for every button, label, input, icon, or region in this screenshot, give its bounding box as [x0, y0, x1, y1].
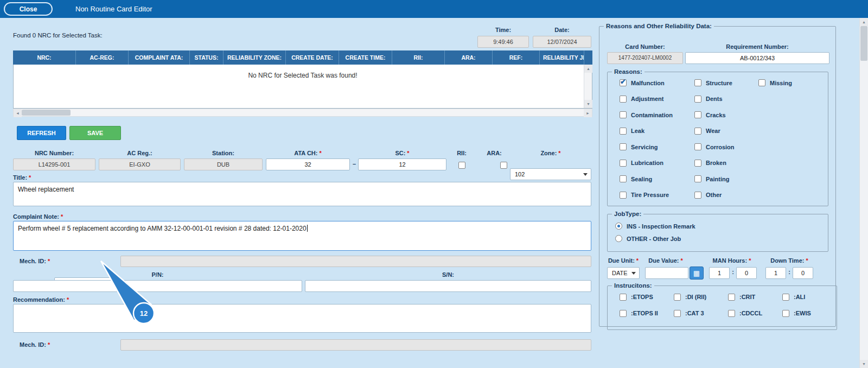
page-vertical-scrollbar[interactable]: ▲ ▼ — [859, 18, 868, 368]
instruction-checkbox-ewis[interactable]: :EWIS — [782, 310, 837, 317]
recommendation-label: Recommendation:* — [13, 296, 69, 303]
column-header-reliability-zone[interactable]: RELIABILITY ZONE: — [224, 50, 286, 65]
reason-label: Lubrication — [631, 160, 663, 166]
required-marker: * — [48, 258, 50, 264]
instruction-checkbox-cdccl[interactable]: :CDCCL — [728, 310, 782, 317]
title-label-text: Title: — [13, 174, 27, 181]
column-header-create-date[interactable]: CREATE DATE: — [286, 50, 339, 65]
down-time-label-text: Down Time: — [770, 257, 804, 264]
reason-checkbox-missing[interactable]: Missing — [758, 79, 828, 86]
column-header-ref[interactable]: REF: — [493, 50, 540, 65]
column-header-nrc[interactable]: NRC: — [13, 50, 76, 65]
checkbox-icon — [620, 143, 627, 150]
complaint-note-label-text: Complaint Note: — [13, 213, 59, 220]
reason-checkbox-dents[interactable]: Dents — [694, 96, 758, 103]
table-hscroll-track[interactable] — [22, 109, 584, 116]
calendar-button[interactable]: ▦ — [690, 267, 704, 280]
zone-select[interactable]: 102 — [510, 168, 591, 180]
checkbox-icon — [694, 175, 701, 182]
scroll-right-icon[interactable]: ► — [584, 109, 592, 117]
reason-checkbox-wear[interactable]: Wear — [694, 128, 758, 135]
reason-checkbox-painting[interactable]: Painting — [694, 175, 758, 182]
table-horizontal-scrollbar[interactable]: ◄ ► — [13, 109, 592, 117]
nrc-table-body: No NRC for Selected Task was found! ▲ ▼ — [13, 65, 592, 109]
reason-checkbox-structure[interactable]: Structure — [694, 79, 758, 86]
scroll-left-icon[interactable]: ◄ — [14, 109, 22, 117]
reason-checkbox-broken[interactable]: Broken — [694, 160, 758, 167]
down-time-hours-input[interactable]: 1 — [765, 267, 786, 279]
column-header-rii[interactable]: RII: — [392, 50, 445, 65]
checkbox-icon — [694, 143, 701, 150]
due-value-input[interactable] — [645, 267, 688, 279]
mech-id-label-2: Mech. ID:* — [20, 341, 50, 348]
table-vertical-scrollbar[interactable]: ▲ ▼ — [584, 65, 592, 108]
ac-reg-label-text: AC Reg.: — [127, 150, 152, 156]
ata-sc-separator: – — [351, 161, 358, 167]
reason-checkbox-contamination[interactable]: Contamination — [620, 111, 694, 118]
complaint-note-input[interactable]: Perform wheel # 5 replacement according … — [13, 221, 591, 251]
reason-checkbox-adjustment[interactable]: Adjustment — [620, 96, 694, 103]
instruction-checkbox-etops-ii[interactable]: :ETOPS II — [620, 310, 674, 317]
save-button[interactable]: SAVE — [69, 126, 121, 140]
reason-checkbox-servicing[interactable]: Servicing — [620, 143, 694, 150]
scroll-down-icon[interactable]: ▼ — [860, 360, 868, 368]
ata-ch-input[interactable]: 32 — [266, 158, 350, 170]
close-button[interactable]: Close — [4, 2, 53, 16]
complaint-note-label: Complaint Note:* — [13, 213, 63, 220]
man-hours-minutes-input[interactable]: 0 — [736, 267, 757, 279]
checkbox-icon — [620, 175, 627, 182]
table-hscroll-thumb[interactable] — [22, 110, 71, 116]
due-unit-select[interactable]: DATE — [607, 267, 640, 279]
down-time-minutes-input[interactable]: 0 — [793, 267, 813, 279]
checkbox-icon — [694, 192, 701, 199]
column-header-status[interactable]: STATUS: — [190, 50, 224, 65]
column-header-create-time[interactable]: CREATE TIME: — [339, 50, 392, 65]
scroll-up-icon[interactable]: ▲ — [584, 65, 592, 73]
scroll-up-icon[interactable]: ▲ — [860, 18, 868, 26]
rii-checkbox[interactable] — [458, 162, 465, 169]
reason-checkbox-other[interactable]: Other — [694, 192, 758, 199]
time-label: Time: — [477, 27, 529, 33]
checkbox-icon — [694, 128, 701, 135]
column-header-ac-reg[interactable]: AC-REG: — [76, 50, 129, 65]
instruction-checkbox-ali[interactable]: :ALI — [782, 294, 837, 301]
sn-input[interactable] — [305, 280, 591, 292]
reason-checkbox-corrosion[interactable]: Corrosion — [694, 143, 758, 150]
reason-checkbox-tire-pressure[interactable]: Tire Pressure — [620, 192, 694, 199]
jobtype-radio-other[interactable]: OTHER - Other Job — [608, 235, 828, 242]
checkbox-icon — [728, 294, 735, 301]
ara-checkbox[interactable] — [500, 162, 507, 169]
title-input[interactable]: Wheel replacement — [13, 182, 591, 206]
column-header-complaint-ata[interactable]: COMPLAINT ATA: — [129, 50, 190, 65]
reason-checkbox-sealing[interactable]: Sealing — [620, 175, 694, 182]
recommendation-input[interactable] — [13, 304, 591, 333]
scroll-down-icon[interactable]: ▼ — [584, 100, 592, 108]
instruction-checkbox-di-rii[interactable]: :DI (RII) — [674, 294, 728, 301]
reason-label: Wear — [706, 128, 720, 134]
sc-input[interactable]: 12 — [358, 158, 446, 170]
reason-checkbox-cracks[interactable]: Cracks — [694, 111, 758, 118]
requirement-number-input[interactable]: AB-0012/343 — [685, 52, 829, 64]
instruction-checkbox-cat-3[interactable]: :CAT 3 — [674, 310, 728, 317]
reasons-row: Sealing Painting — [608, 171, 828, 187]
man-hours-colon: : — [730, 269, 736, 275]
reason-checkbox-malfunction[interactable]: Malfunction — [620, 79, 694, 86]
reason-checkbox-leak[interactable]: Leak — [620, 128, 694, 135]
chevron-down-icon — [631, 272, 636, 275]
column-header-ara[interactable]: ARA: — [445, 50, 493, 65]
column-header-reliability-ji[interactable]: RELIABILITY JI — [540, 50, 584, 65]
pn-input[interactable] — [13, 280, 302, 292]
required-marker: * — [319, 150, 321, 156]
instruction-checkbox-crit[interactable]: :CRIT — [728, 294, 782, 301]
jobtype-radio-ins[interactable]: INS - Inspection Remark — [608, 223, 828, 230]
man-hours-hours-input[interactable]: 1 — [709, 267, 730, 279]
refresh-button[interactable]: REFRESH — [17, 126, 66, 140]
title-input-value: Wheel replacement — [18, 186, 74, 193]
reason-checkbox-lubrication[interactable]: Lubrication — [620, 160, 694, 167]
page-scroll-track[interactable] — [860, 26, 868, 360]
checkbox-icon — [620, 310, 627, 317]
instruction-label: :ETOPS — [631, 294, 653, 300]
instruction-checkbox-etops[interactable]: :ETOPS — [620, 294, 674, 301]
page-scroll-thumb[interactable] — [860, 26, 867, 61]
table-vscroll-track[interactable] — [584, 73, 592, 100]
